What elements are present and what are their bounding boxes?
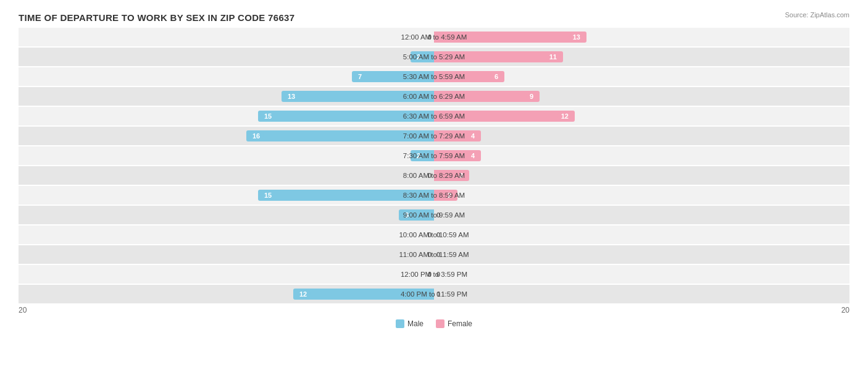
left-side: 0 [19, 265, 434, 284]
table-row: 0 8:00 AM to 8:29 AM 3 [19, 166, 849, 185]
bar-section: 7 5:30 AM to 5:59 AM 6 [19, 67, 849, 86]
table-row: 16 7:00 AM to 7:29 AM 4 [19, 127, 849, 145]
right-side: 9 [434, 87, 849, 106]
right-side: 12 [434, 107, 849, 125]
male-value-outside: 0 [419, 172, 432, 179]
male-bar: 2 [411, 51, 434, 62]
right-side: 4 [434, 146, 849, 165]
male-value-badge: 2 [413, 53, 424, 61]
female-value-outside: 0 [436, 231, 449, 238]
female-bar: 12 [434, 111, 575, 122]
bar-section: 2 7:30 AM to 7:59 AM 4 [19, 146, 849, 165]
chart-container: TIME OF DEPARTURE TO WORK BY SEX IN ZIP … [0, 0, 868, 367]
male-value-badge: 15 [261, 112, 275, 120]
female-value-badge: 11 [546, 53, 561, 61]
left-side: 0 [19, 28, 434, 46]
male-bar: 2 [411, 150, 434, 161]
female-bar: 13 [434, 32, 586, 43]
right-side: 0 [434, 226, 849, 244]
male-bar: 7 [352, 71, 434, 82]
table-row: 7 5:30 AM to 5:59 AM 6 [19, 67, 849, 86]
right-side: 0 [434, 206, 849, 224]
female-bar: 2 [434, 190, 457, 201]
table-row: 15 6:30 AM to 6:59 AM 12 [19, 107, 849, 125]
right-side: 11 [434, 48, 849, 66]
right-side: 4 [434, 127, 849, 145]
male-bar: 15 [258, 190, 434, 201]
male-bar: 12 [293, 289, 434, 300]
male-value-badge: 3 [401, 211, 412, 219]
male-bar: 3 [399, 209, 434, 221]
female-value-badge: 2 [444, 191, 455, 200]
male-value-outside: 0 [419, 33, 432, 41]
table-row: 13 6:00 AM to 6:29 AM 9 [19, 87, 849, 106]
legend-male: Male [396, 319, 424, 328]
female-bar: 4 [434, 150, 481, 161]
female-value-badge: 4 [467, 132, 478, 140]
legend-male-label: Male [407, 319, 424, 328]
right-side: 13 [434, 28, 849, 46]
table-row: 0 11:00 AM to 11:59 AM 0 [19, 245, 849, 264]
legend-female-box [436, 319, 444, 328]
bar-section: 15 8:30 AM to 8:59 AM 2 [19, 186, 849, 205]
male-bar: 15 [258, 111, 434, 122]
female-value-outside: 0 [436, 290, 449, 298]
axis-right-label: 20 [841, 306, 849, 314]
legend: Male Female [19, 319, 849, 328]
bar-section: 0 8:00 AM to 8:29 AM 3 [19, 166, 849, 185]
left-side: 13 [19, 87, 434, 106]
left-side: 0 [19, 245, 434, 264]
table-row: 2 5:00 AM to 5:29 AM 11 [19, 48, 849, 66]
table-row: 0 12:00 AM to 4:59 AM 13 [19, 28, 849, 46]
female-bar: 6 [434, 71, 504, 82]
female-bar: 11 [434, 51, 563, 62]
right-side: 6 [434, 67, 849, 86]
right-side: 2 [434, 186, 849, 205]
bar-section: 15 6:30 AM to 6:59 AM 12 [19, 107, 849, 125]
table-row: 3 9:00 AM to 9:59 AM 0 [19, 206, 849, 224]
axis-left-label: 20 [19, 306, 27, 314]
legend-female-label: Female [448, 319, 472, 328]
left-side: 7 [19, 67, 434, 86]
bar-section: 0 12:00 AM to 4:59 AM 13 [19, 28, 849, 46]
female-bar: 4 [434, 130, 481, 141]
bar-section: 0 11:00 AM to 11:59 AM 0 [19, 245, 849, 264]
left-side: 0 [19, 226, 434, 244]
bar-section: 3 9:00 AM to 9:59 AM 0 [19, 206, 849, 224]
table-row: 0 12:00 PM to 3:59 PM 0 [19, 265, 849, 284]
male-value-badge: 13 [284, 92, 299, 101]
female-value-badge: 13 [569, 33, 584, 41]
male-value-badge: 7 [354, 72, 365, 81]
female-bar: 9 [434, 91, 540, 102]
left-side: 2 [19, 48, 434, 66]
male-bar: 13 [282, 91, 434, 102]
left-side: 15 [19, 186, 434, 205]
female-value-badge: 6 [491, 72, 502, 81]
female-value-badge: 9 [526, 92, 537, 101]
bar-section: 16 7:00 AM to 7:29 AM 4 [19, 127, 849, 145]
right-side: 3 [434, 166, 849, 185]
female-value-badge: 3 [456, 171, 467, 180]
left-side: 0 [19, 166, 434, 185]
right-side: 0 [434, 245, 849, 264]
bar-section: 2 5:00 AM to 5:29 AM 11 [19, 48, 849, 66]
right-side: 0 [434, 265, 849, 284]
male-value-outside: 0 [419, 231, 432, 238]
male-value-outside: 0 [419, 251, 432, 258]
female-value-outside: 0 [436, 211, 449, 219]
chart-title: TIME OF DEPARTURE TO WORK BY SEX IN ZIP … [19, 12, 849, 23]
female-value-badge: 12 [557, 112, 572, 120]
left-side: 15 [19, 107, 434, 125]
legend-male-box [396, 319, 404, 328]
female-bar: 3 [434, 170, 469, 181]
axis-labels: 20 20 [19, 306, 849, 314]
left-side: 2 [19, 146, 434, 165]
table-row: 0 10:00 AM to 10:59 AM 0 [19, 226, 849, 244]
female-value-outside: 0 [436, 251, 449, 258]
chart-inner: 0 12:00 AM to 4:59 AM 13 [19, 28, 849, 328]
male-value-outside: 0 [419, 271, 432, 278]
table-row: 2 7:30 AM to 7:59 AM 4 [19, 146, 849, 165]
male-bar: 16 [246, 130, 434, 141]
male-value-badge: 15 [261, 191, 275, 200]
table-row: 15 8:30 AM to 8:59 AM 2 [19, 186, 849, 205]
